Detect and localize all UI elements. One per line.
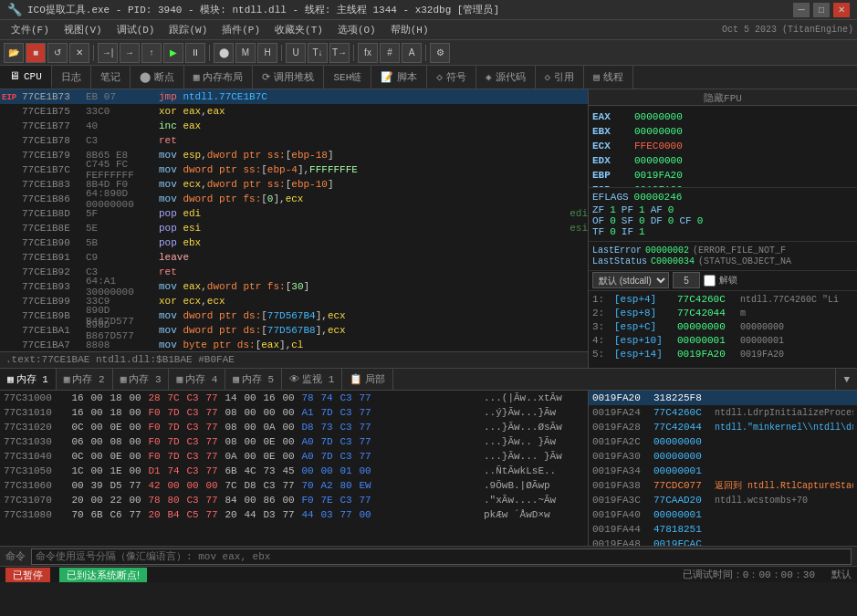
reg-ebp-row[interactable]: EBP 0019FA20 [592, 168, 853, 183]
si-row[interactable]: 0019FA48 0019FCAC [589, 537, 857, 546]
stack-arg-row[interactable]: 5: [esp+14] 0019FA20 0019FA20 [589, 348, 857, 361]
btab-right-extra[interactable]: ▼ [835, 369, 857, 390]
si-row[interactable]: 0019FA24 77C4260C ntdll.LdrpInitializePr… [589, 405, 857, 420]
tb-close[interactable]: ✕ [69, 43, 89, 63]
si-row[interactable]: 0019FA40 00000001 [589, 507, 857, 522]
btab-mem3[interactable]: ▦ 内存 3 [113, 369, 170, 390]
si-row[interactable]: 0019FA28 77C42044 ntdll."minkernel\\ntdl… [589, 420, 857, 434]
tb-bp[interactable]: ⬤ [214, 43, 234, 63]
flag-tf-name[interactable]: TF [592, 226, 604, 237]
reg-ecx-row[interactable]: ECX FFEC0000 [592, 139, 853, 153]
flag-zf-name[interactable]: ZF [592, 204, 604, 215]
btab-locals[interactable]: 📋 局部 [342, 369, 393, 390]
mem-row[interactable]: 77C31060 0039D577 42000000 7CD8C377 70A2… [0, 478, 588, 493]
disasm-row[interactable]: 77CE1B8E 5E pop esi esi [0, 221, 588, 235]
tb-step-out[interactable]: ↑ [141, 43, 162, 63]
menu-options[interactable]: 选项(O) [330, 21, 383, 38]
tb-trace-over[interactable]: T→ [329, 43, 350, 63]
tb-A[interactable]: A [402, 43, 422, 63]
flag-cf-name[interactable]: CF [679, 215, 691, 226]
flag-df-name[interactable]: DF [651, 215, 663, 226]
minimize-button[interactable]: ─ [793, 3, 810, 17]
btab-mem2[interactable]: ▦ 内存 2 [57, 369, 113, 390]
si-row[interactable]: 0019FA38 77CDC077 返回到 ntdll.RtlCaptureSt… [589, 478, 857, 493]
tab-callstack[interactable]: ⟳ 调用堆栈 [253, 66, 324, 89]
tb-bp-hw[interactable]: H [257, 43, 277, 63]
menu-debug[interactable]: 调试(D) [110, 21, 162, 38]
tb-bp-mem[interactable]: M [235, 43, 256, 63]
tb-step-over[interactable]: → [120, 43, 140, 63]
tb-restart[interactable]: ↺ [47, 43, 68, 63]
btab-mem4[interactable]: ▦ 内存 4 [169, 369, 225, 390]
disasm-row[interactable]: EIP 77CE1B73 EB 07 jmp ntdll.77CE1B7C [0, 89, 588, 104]
tab-note[interactable]: 笔记 [91, 66, 131, 89]
menu-favorites[interactable]: 收藏夹(T) [267, 21, 330, 38]
flag-af-name[interactable]: AF [651, 204, 663, 215]
disasm-row[interactable]: 77CE1BA7 8808 mov byte ptr ds:[eax],cl [0, 338, 588, 351]
tb-run-to-user[interactable]: U [286, 43, 306, 63]
tab-script[interactable]: 📝 脚本 [371, 66, 427, 89]
tb-trace-into[interactable]: T↓ [308, 43, 328, 63]
si-row[interactable]: 0019FA3C 77CAAD20 ntdll.wcstombs+70 [589, 493, 857, 507]
flag-if-name[interactable]: IF [622, 226, 633, 237]
mem-row[interactable]: 77C31050 1C001E00 D174C377 6B4C7345 0000… [0, 464, 588, 478]
tab-breakpoint[interactable]: ⬤ 断点 [131, 66, 184, 89]
menu-file[interactable]: 文件(F) [4, 21, 57, 38]
status-paused[interactable]: 已暂停 [5, 568, 50, 582]
menu-trace[interactable]: 跟踪(W) [162, 21, 214, 38]
mem-row[interactable]: 77C31080 706BC677 20B4C577 2044D377 4403… [0, 507, 588, 522]
flag-of-name[interactable]: OF [592, 215, 604, 226]
disasm-row[interactable]: 77CE1B77 40 inc eax [0, 119, 588, 133]
si-row[interactable]: 0019FA30 00000000 [589, 449, 857, 464]
tb-hash[interactable]: # [380, 43, 400, 63]
tab-symbol[interactable]: ◇ 符号 [427, 66, 476, 89]
reg-edx-row[interactable]: EDX 00000000 [592, 153, 853, 168]
btab-mem1[interactable]: ▦ 内存 1 [0, 369, 57, 390]
stack-arg-row[interactable]: 1: [esp+4] 77C4260C ntdll.77C4260C "Li [589, 293, 857, 307]
btab-watch[interactable]: 👁 监视 1 [282, 369, 342, 390]
menu-view[interactable]: 视图(V) [57, 21, 110, 38]
tb-open[interactable]: 📂 [4, 43, 24, 63]
mem-row[interactable]: 77C31030 06000800 F07DC377 08000E00 A07D… [0, 434, 588, 449]
call-convention-select[interactable]: 默认 (stdcall) [592, 272, 669, 288]
si-row[interactable]: 0019FA34 00000001 [589, 464, 857, 478]
mem-row[interactable]: 77C31040 0C000E00 F07DC377 0A000E00 A07D… [0, 449, 588, 464]
unlock-checkbox[interactable] [704, 275, 716, 287]
tab-thread[interactable]: ▤ 线程 [584, 66, 633, 89]
reg-eax-row[interactable]: EAX 00000000 [592, 110, 853, 124]
disassembly-area[interactable]: EIP 77CE1B73 EB 07 jmp ntdll.77CE1B7C 77… [0, 89, 588, 351]
si-row[interactable]: 0019FA2C 00000000 [589, 434, 857, 449]
stack-arg-row[interactable]: 2: [esp+8] 77C42044 m [589, 307, 857, 320]
tb-settings[interactable]: ⚙ [430, 43, 450, 63]
stack-arg-row[interactable]: 4: [esp+10] 00000001 00000001 [589, 334, 857, 348]
menu-plugins[interactable]: 插件(P) [214, 21, 267, 38]
tab-cpu[interactable]: 🖥 CPU [0, 66, 52, 89]
tab-seh[interactable]: SEH链 [324, 66, 371, 89]
disasm-row[interactable]: 77CE1B90 5B pop ebx [0, 235, 588, 250]
maximize-button[interactable]: □ [813, 3, 830, 17]
tab-memory-layout[interactable]: ▦ 内存布局 [184, 66, 254, 89]
menu-help[interactable]: 帮助(H) [383, 21, 436, 38]
si-row[interactable]: 0019FA44 47818251 [589, 522, 857, 537]
disasm-row[interactable]: 77CE1B86 64:890D 00000000 mov dword ptr … [0, 192, 588, 206]
disasm-row[interactable]: 77CE1B93 64:A1 30000000 mov eax,dword pt… [0, 279, 588, 294]
flag-pf-name[interactable]: PF [622, 204, 633, 215]
mem-row[interactable]: 77C31000 16001800 287CC377 14001600 7874… [0, 391, 588, 405]
tb-pause[interactable]: ⏸ [185, 43, 205, 63]
tab-source[interactable]: ◈ 源代码 [476, 66, 536, 89]
command-input[interactable] [31, 548, 852, 565]
disasm-row[interactable]: 77CE1B7C C745 FC FEFFFFFF mov dword ptr … [0, 162, 588, 177]
btab-mem5[interactable]: ▦ 内存 5 [225, 369, 282, 390]
tab-ref[interactable]: ◇ 引用 [536, 66, 585, 89]
stack-arg-row[interactable]: 3: [esp+C] 00000000 00000000 [589, 320, 857, 334]
disasm-row[interactable]: 77CE1B91 C9 leave [0, 250, 588, 265]
memory-panel[interactable]: 77C31000 16001800 287CC377 14001600 7874… [0, 391, 589, 546]
mem-row[interactable]: 77C31010 16001800 F07DC377 08000000 A17D… [0, 405, 588, 420]
disasm-row[interactable]: 77CE1BA1 890D B867D577 mov dword ptr ds:… [0, 323, 588, 338]
disasm-row[interactable]: 77CE1B78 C3 ret [0, 133, 588, 148]
tb-expr[interactable]: fx [358, 43, 378, 63]
tb-run[interactable]: ▶ [163, 43, 183, 63]
fpu-header[interactable]: 隐藏FPU [589, 89, 857, 106]
reg-ebx-row[interactable]: EBX 00000000 [592, 124, 853, 139]
mem-row[interactable]: 77C31070 20002200 7880C377 84008600 F07E… [0, 493, 588, 507]
